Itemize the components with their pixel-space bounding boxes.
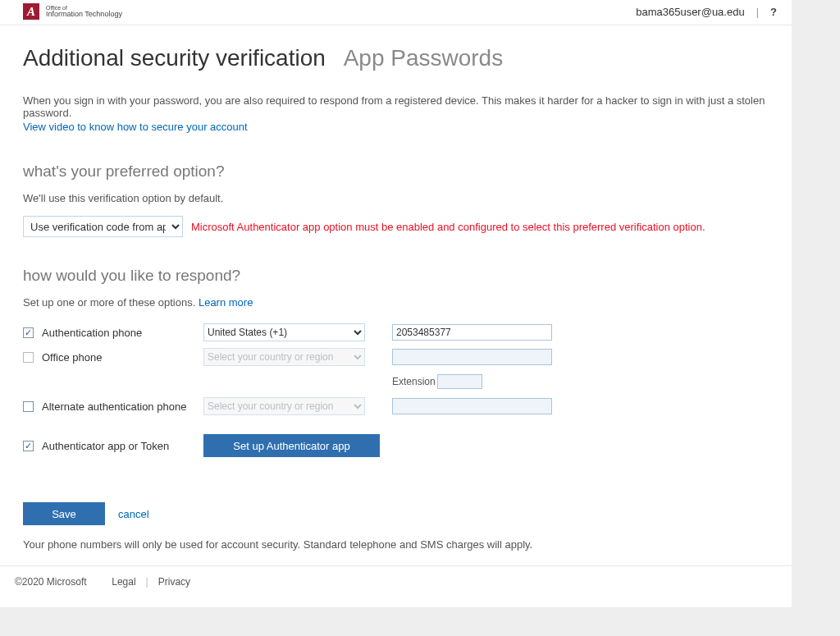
footer: ©2020 Microsoft Legal | Privacy xyxy=(0,565,792,607)
footnote: Your phone numbers will only be used for… xyxy=(23,538,769,551)
page-title: Additional security verification App Pas… xyxy=(23,45,769,71)
footer-legal-link[interactable]: Legal xyxy=(112,576,135,588)
intro-video-link[interactable]: View video to know how to secure your ac… xyxy=(23,121,248,133)
save-button[interactable]: Save xyxy=(23,502,105,525)
preferred-desc: We'll use this verification option by de… xyxy=(23,192,769,204)
respond-heading: how would you like to respond? xyxy=(23,267,769,285)
office-phone-row: Office phone Select your country or regi… xyxy=(23,345,769,369)
separator: | xyxy=(756,6,759,18)
user-email: bama365user@ua.edu xyxy=(636,6,744,18)
save-row: Save cancel xyxy=(23,502,769,525)
alt-phone-input[interactable] xyxy=(392,398,552,414)
auth-phone-number-col xyxy=(392,324,581,341)
office-phone-checkbox xyxy=(23,352,34,363)
alt-phone-country-col: Select your country or region xyxy=(203,397,392,415)
page-container: A Office of Information Technology bama3… xyxy=(0,0,792,607)
extension-row: Extension xyxy=(23,374,769,389)
preferred-option-select[interactable]: Use verification code from app or token xyxy=(23,216,183,237)
app-token-btn-col: Set up Authenticator app xyxy=(203,434,384,457)
options-grid: ✓ Authentication phone United States (+1… xyxy=(23,320,769,458)
topbar-right: bama365user@ua.edu | ? xyxy=(636,6,777,18)
brand-line2: Information Technology xyxy=(46,11,122,18)
title-main: Additional security verification xyxy=(23,45,326,71)
auth-phone-row: ✓ Authentication phone United States (+1… xyxy=(23,320,769,345)
auth-phone-label: Authentication phone xyxy=(42,327,142,339)
office-phone-number-col xyxy=(392,349,581,365)
auth-phone-check-col: ✓ Authentication phone xyxy=(23,327,203,339)
content: Additional security verification App Pas… xyxy=(0,25,792,565)
extension-input xyxy=(437,374,482,389)
help-icon[interactable]: ? xyxy=(770,6,777,18)
auth-phone-checkbox[interactable]: ✓ xyxy=(23,327,34,338)
brand-logo: A xyxy=(23,3,39,20)
topbar: A Office of Information Technology bama3… xyxy=(0,0,792,25)
respond-desc: Set up one or more of these options. Lea… xyxy=(23,296,769,309)
alt-phone-checkbox[interactable] xyxy=(23,401,34,412)
intro-text: When you sign in with your password, you… xyxy=(23,94,769,119)
office-phone-input xyxy=(392,349,552,365)
preferred-row: Use verification code from app or token … xyxy=(23,216,769,237)
preferred-error: Microsoft Authenticator app option must … xyxy=(191,221,705,233)
brand-text: Office of Information Technology xyxy=(46,5,122,19)
auth-phone-country-col: United States (+1) xyxy=(203,323,392,341)
title-sub[interactable]: App Passwords xyxy=(344,45,504,71)
extension-label: Extension xyxy=(392,376,436,387)
alt-phone-label: Alternate authentication phone xyxy=(42,400,186,413)
app-token-row: ✓ Authenticator app or Token Set up Auth… xyxy=(23,433,769,458)
alt-phone-number-col xyxy=(392,398,581,414)
alt-phone-country-select: Select your country or region xyxy=(203,397,365,415)
alt-phone-row: Alternate authentication phone Select yo… xyxy=(23,394,769,419)
app-token-label: Authenticator app or Token xyxy=(42,440,169,452)
office-phone-label: Office phone xyxy=(42,351,102,364)
app-token-check-col: ✓ Authenticator app or Token xyxy=(23,440,203,452)
auth-phone-country-select[interactable]: United States (+1) xyxy=(203,323,365,341)
respond-desc-prefix: Set up one or more of these options. xyxy=(23,296,199,309)
cancel-link[interactable]: cancel xyxy=(118,508,149,520)
office-phone-country-col: Select your country or region xyxy=(203,348,392,366)
auth-phone-input[interactable] xyxy=(392,324,552,341)
brand: A Office of Information Technology xyxy=(23,3,122,20)
office-phone-check-col: Office phone xyxy=(23,351,203,364)
setup-authenticator-button[interactable]: Set up Authenticator app xyxy=(203,434,380,457)
footer-separator: | xyxy=(146,576,148,588)
footer-privacy-link[interactable]: Privacy xyxy=(158,576,190,588)
learn-more-link[interactable]: Learn more xyxy=(199,296,253,309)
office-phone-country-select: Select your country or region xyxy=(203,348,365,366)
preferred-heading: what's your preferred option? xyxy=(23,162,769,181)
footer-copyright: ©2020 Microsoft xyxy=(15,576,87,588)
alt-phone-check-col: Alternate authentication phone xyxy=(23,400,203,413)
app-token-checkbox[interactable]: ✓ xyxy=(23,441,34,451)
